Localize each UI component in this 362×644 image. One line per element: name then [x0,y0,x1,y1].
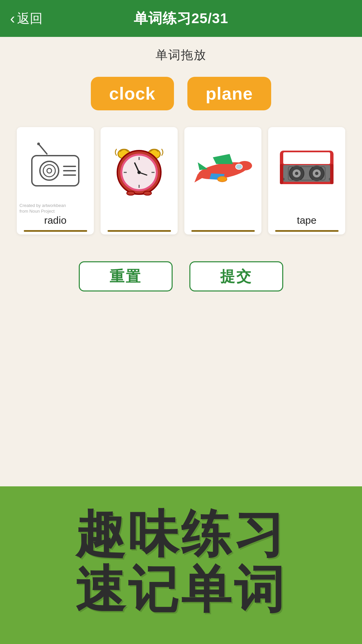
card-tape-underline [275,230,339,232]
svg-rect-43 [280,164,283,184]
card-clock-label [138,215,140,230]
svg-point-36 [295,172,298,175]
card-plane[interactable] [184,127,261,234]
word-button-clock[interactable]: clock [91,77,174,110]
card-clock-image [109,134,169,201]
subtitle: 单词拖放 [0,37,362,70]
svg-rect-44 [330,164,334,184]
card-clock[interactable] [101,127,178,234]
card-tape-image [277,134,337,201]
svg-marker-26 [213,154,233,164]
svg-point-22 [143,191,152,195]
credit-text: Created by artworkbeanfrom Noun Project [19,203,66,214]
card-plane-label-area [188,215,258,234]
card-clock-underline [108,230,171,232]
banner-line1: 趣味练习 [20,506,342,562]
card-radio-image [25,134,85,201]
svg-point-20 [137,171,141,174]
header-title: 单词练习25/31 [134,9,228,28]
card-radio[interactable]: Created by artworkbeanfrom Noun Project … [17,127,94,234]
word-button-plane[interactable]: plane [187,77,272,110]
svg-point-29 [236,164,242,169]
banner-line2: 速记单词 [20,562,342,617]
card-tape-label-area: tape [272,215,342,234]
svg-point-1 [37,143,40,145]
card-tape[interactable]: tape [268,127,345,234]
svg-point-39 [315,172,318,175]
svg-rect-32 [283,152,330,164]
card-clock-label-area [104,215,174,234]
action-buttons-area: 重置 提交 [0,248,362,308]
card-radio-underline [24,230,87,232]
header: ‹ 返回 单词练习25/31 [0,0,362,37]
back-arrow-icon: ‹ [10,10,15,27]
card-radio-label-area: radio [20,215,90,234]
card-radio-label: radio [44,215,67,230]
submit-button[interactable]: 提交 [189,261,283,291]
cards-area: Created by artworkbeanfrom Noun Project … [0,120,362,248]
reset-button[interactable]: 重置 [79,261,173,291]
card-plane-label [222,215,224,230]
bottom-banner: 趣味练习 速记单词 [0,486,362,644]
svg-line-0 [39,144,47,154]
back-button[interactable]: ‹ 返回 [10,10,43,27]
svg-point-30 [218,176,227,182]
back-label: 返回 [17,10,43,27]
card-plane-underline [191,230,255,232]
card-tape-label: tape [297,215,316,230]
svg-point-21 [127,191,135,195]
card-plane-image [193,134,253,201]
svg-point-5 [47,168,52,173]
word-buttons-area: clock plane [0,70,362,120]
middle-space [0,308,362,486]
svg-marker-28 [198,162,208,170]
